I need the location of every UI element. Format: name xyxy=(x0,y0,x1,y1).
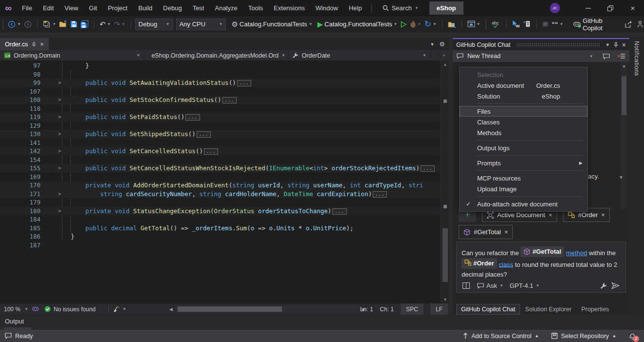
zoom-dropdown[interactable]: 100 % ▼ xyxy=(0,303,32,315)
restart-button[interactable]: ↻ ▼ xyxy=(423,18,438,31)
scroll-down-icon[interactable]: ▼ xyxy=(619,175,624,180)
feedback-status-item[interactable]: Ready xyxy=(5,333,33,340)
context-chip-gettotal[interactable]: #GetTotal× xyxy=(459,225,513,239)
menubar-item-file[interactable]: File xyxy=(17,0,38,16)
code-line[interactable]: 155> public void SetCancelledStatusWhenS… xyxy=(0,164,441,173)
remove-chip-icon[interactable]: × xyxy=(504,228,508,236)
type-dropdown[interactable]: eShop.Ordering.Domain.AggregatesModel.Or… xyxy=(144,50,288,60)
menubar-item-view[interactable]: View xyxy=(59,0,83,16)
menu-item-classes[interactable]: Classes xyxy=(460,117,587,127)
solution-configuration-dropdown[interactable]: Debug ▼ xyxy=(135,19,173,30)
notifications-bell-button[interactable]: 2 xyxy=(629,332,636,340)
layout-columns-icon[interactable] xyxy=(463,282,470,289)
member-dropdown[interactable]: OrderDate ▼ xyxy=(288,50,431,60)
prompt-link[interactable]: class xyxy=(499,261,513,268)
tab-options-gear-icon[interactable]: ⚙ xyxy=(439,41,445,47)
fold-collapsed-icon[interactable]: > xyxy=(58,113,61,121)
close-tab-icon[interactable]: × xyxy=(40,41,43,48)
menubar-item-git[interactable]: Git xyxy=(83,0,102,16)
menu-item-methods[interactable]: Methods xyxy=(460,127,587,138)
fold-collapsed-icon[interactable]: > xyxy=(58,164,61,173)
remove-chip-icon[interactable]: × xyxy=(601,211,605,219)
editor-vertical-scrollbar[interactable]: ▲ ▼ xyxy=(441,60,449,303)
menubar-item-extensions[interactable]: Extensions xyxy=(268,0,310,16)
scroll-up-icon[interactable]: ▲ xyxy=(621,63,627,68)
user-avatar[interactable]: JC xyxy=(550,3,560,13)
add-to-source-control-button[interactable]: Add to Source Control ▲ xyxy=(463,333,539,340)
save-all-button[interactable] xyxy=(79,18,90,31)
document-tab[interactable]: Order.cs × xyxy=(0,38,49,50)
code-line[interactable]: 97 } xyxy=(0,61,441,70)
code-line[interactable]: 184 xyxy=(0,215,441,224)
fold-collapsed-icon[interactable]: > xyxy=(58,96,61,104)
pin-icon[interactable] xyxy=(32,42,36,47)
prompt-reference-chip[interactable]: #GetTotal xyxy=(521,246,564,257)
hot-reload-button[interactable]: ▼ xyxy=(408,18,423,31)
menu-item-mcp-resources[interactable]: MCP resources xyxy=(460,173,587,183)
issues-indicator[interactable]: No issues found xyxy=(44,306,96,313)
menu-item-prompts[interactable]: Prompts▶ xyxy=(460,158,587,168)
code-line[interactable]: 98 xyxy=(0,70,441,79)
collapsed-region-box[interactable]: ... xyxy=(197,131,211,138)
code-line[interactable]: 107 xyxy=(0,87,441,96)
code-line[interactable]: 171> string cardSecurityNumber, string c… xyxy=(0,190,441,199)
prompt-link[interactable]: method xyxy=(566,249,587,257)
code-line[interactable]: 129 xyxy=(0,121,441,130)
code-cleanup-button[interactable]: ▼ xyxy=(113,306,126,313)
navigate-back-button[interactable]: ▼ xyxy=(6,18,22,31)
code-line[interactable]: 141 xyxy=(0,139,441,147)
output-panel-title[interactable]: Output xyxy=(5,318,24,325)
share-button[interactable] xyxy=(624,18,634,31)
collapsed-region-box[interactable]: ... xyxy=(421,165,435,172)
model-dropdown[interactable]: GPT-4.1 ▼ xyxy=(510,282,540,289)
prompt-text[interactable]: Can you refactor the #GetTotal method wi… xyxy=(457,242,625,280)
document-outline-button[interactable] xyxy=(522,18,532,31)
code-line[interactable]: 118 xyxy=(0,104,441,113)
code-line[interactable]: 154 xyxy=(0,156,441,164)
scrollbar-thumb[interactable] xyxy=(622,76,626,115)
collapsed-region-box[interactable]: ... xyxy=(373,191,387,198)
code-viewport[interactable]: 97 }9899> public void SetAwaitingValidat… xyxy=(0,60,441,303)
code-line[interactable]: 130> public void SetShippedStatus()... xyxy=(0,130,441,139)
document-list-dropdown-icon[interactable]: ▼ xyxy=(430,42,434,47)
menubar-item-debug[interactable]: Debug xyxy=(158,0,187,16)
menubar-item-build[interactable]: Build xyxy=(133,0,158,16)
undo-button[interactable]: ↶ ▼ xyxy=(98,18,113,31)
save-button[interactable] xyxy=(69,18,79,31)
collapsed-region-box[interactable]: ... xyxy=(204,148,218,155)
menu-item-files[interactable]: Files xyxy=(460,106,587,117)
prompt-reference-chip[interactable]: #Order xyxy=(462,258,497,269)
restore-button[interactable] xyxy=(599,0,622,16)
thread-selector[interactable]: New Thread ▼ xyxy=(453,50,629,62)
fold-collapsed-icon[interactable]: > xyxy=(58,79,61,87)
menubar-item-test[interactable]: Test xyxy=(187,0,210,16)
drag-handle[interactable] xyxy=(516,43,600,47)
scroll-left-icon[interactable]: ◀ xyxy=(169,307,173,312)
startup-project-dropdown[interactable]: ⚙ Catalog.FunctionalTests ▼ xyxy=(230,18,314,31)
tools-wrench-icon[interactable] xyxy=(600,282,607,289)
code-line[interactable]: 142> public void SetCancelledStatus()... xyxy=(0,147,441,156)
open-file-button[interactable] xyxy=(58,18,69,31)
close-panel-icon[interactable]: × xyxy=(622,41,626,49)
start-debugging-button[interactable]: ▶ Catalog.FunctionalTests ▼ xyxy=(316,18,399,31)
menubar-item-edit[interactable]: Edit xyxy=(38,0,59,16)
find-in-files-button[interactable] xyxy=(446,18,458,31)
column-indicator[interactable]: Ch: 1 xyxy=(380,306,394,313)
code-line[interactable]: 180> private void StatusChangeException(… xyxy=(0,207,441,216)
menubar-item-window[interactable]: Window xyxy=(310,0,343,16)
scroll-down-icon[interactable]: ▼ xyxy=(441,297,449,302)
mode-dropdown[interactable]: Ask ▼ xyxy=(477,282,503,289)
code-line[interactable]: 119> public void SetPaidStatus()... xyxy=(0,113,441,121)
select-repository-button[interactable]: Select Repository ▲ xyxy=(551,333,616,340)
menu-item-active-document[interactable]: Active documentOrder.cs xyxy=(460,80,587,91)
collapsed-region-box[interactable]: ... xyxy=(332,208,346,215)
github-copilot-button[interactable]: GitHub Copilot xyxy=(572,18,621,31)
menu-item-solution[interactable]: SolutioneShop xyxy=(460,91,587,101)
split-editor-button[interactable] xyxy=(439,50,449,60)
collapsed-region-box[interactable]: ... xyxy=(185,114,200,121)
task-list-button[interactable] xyxy=(541,18,550,31)
fold-collapsed-icon[interactable]: > xyxy=(58,207,61,216)
code-line[interactable]: 179 xyxy=(0,198,441,207)
scroll-up-icon[interactable]: ▲ xyxy=(441,62,449,67)
collapsed-region-box[interactable]: ... xyxy=(237,80,251,86)
